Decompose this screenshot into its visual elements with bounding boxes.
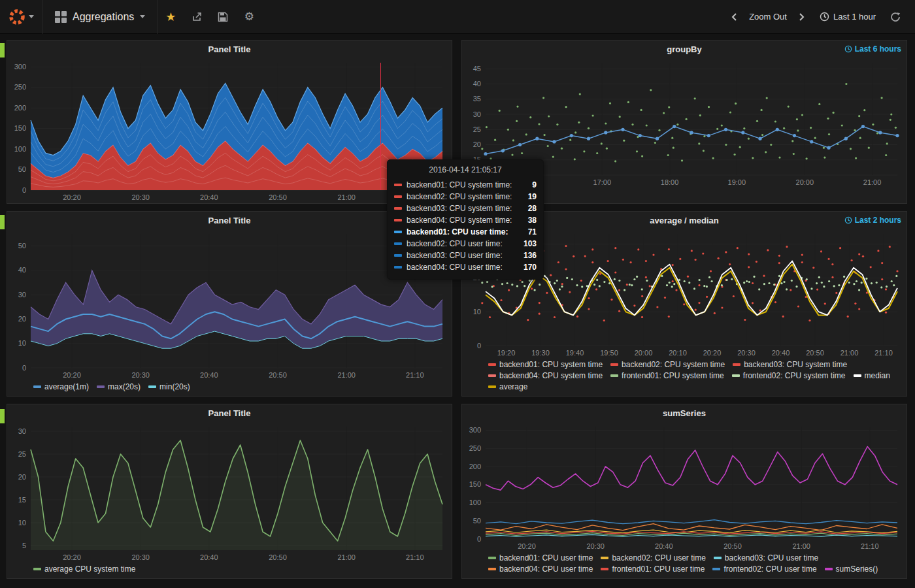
share-button[interactable] (184, 0, 210, 34)
clock-icon (820, 12, 829, 22)
chart-canvas[interactable]: 05010015020025030020:2020:3020:4020:5021… (462, 421, 907, 552)
svg-text:0: 0 (477, 535, 481, 543)
legend-item[interactable]: backend01: CPU system time (488, 360, 603, 369)
svg-text:19:20: 19:20 (497, 349, 516, 357)
svg-text:19:30: 19:30 (531, 349, 550, 357)
svg-text:10: 10 (473, 308, 481, 316)
clock-icon (844, 45, 852, 53)
navbar-right: Zoom Out Last 1 hour (725, 0, 915, 34)
legend-item[interactable]: backend03: CPU system time (733, 360, 847, 369)
caret-down-icon (140, 15, 145, 18)
legend-item[interactable]: frontend02: CPU user time (712, 564, 816, 574)
svg-text:21:00: 21:00 (840, 349, 859, 357)
svg-text:45: 45 (473, 65, 481, 73)
legend-item[interactable]: backend04: CPU system time (488, 371, 603, 380)
svg-text:100: 100 (469, 498, 481, 506)
legend-item[interactable]: sumSeries() (825, 564, 878, 574)
chevron-right-icon (799, 12, 805, 22)
panel-time-override: Last 6 hours (844, 44, 901, 54)
series-color-icon (825, 568, 833, 570)
chart-area[interactable]: 0102030405020:2020:3020:4020:5021:0021:1… (7, 229, 452, 381)
chart-area[interactable]: 05010015020025030020:2020:3020:4020:5021… (462, 421, 907, 552)
tooltip-row: backend02: CPU system time:19 (394, 191, 537, 203)
svg-text:20:30: 20:30 (586, 542, 605, 550)
legend-item[interactable]: frontend01: CPU system time (610, 371, 724, 380)
panel-title[interactable]: groupBy (462, 41, 907, 57)
tooltip-row: backend03: CPU user time:136 (394, 250, 537, 261)
legend-item[interactable]: backend01: CPU user time (488, 553, 593, 563)
svg-text:0: 0 (477, 342, 481, 350)
legend-item[interactable]: average(1m) (33, 382, 89, 391)
svg-text:20:30: 20:30 (131, 553, 150, 561)
grafana-logo-icon (8, 8, 25, 25)
time-range-picker[interactable]: Last 1 hour (812, 12, 884, 22)
legend-item[interactable]: backend03: CPU user time (714, 553, 818, 563)
panel-title[interactable]: Panel Title (7, 41, 452, 57)
refresh-button[interactable] (885, 0, 906, 34)
star-button[interactable]: ★ (158, 0, 184, 34)
graph-tooltip: 2016-04-14 21:05:17 backend01: CPU syste… (387, 159, 544, 280)
dashboard-picker[interactable]: Aggregations (43, 0, 158, 34)
chart-area[interactable]: 05010015020025030020:2020:3020:4020:5021… (7, 57, 452, 203)
row-toggle-handle[interactable] (0, 43, 5, 57)
legend-item[interactable]: average CPU system time (33, 564, 135, 574)
svg-text:19:50: 19:50 (600, 349, 618, 357)
grafana-logo-button[interactable] (0, 0, 43, 34)
svg-text:20: 20 (473, 140, 481, 148)
series-color-icon (148, 385, 156, 388)
panel-title[interactable]: Panel Title (7, 212, 452, 229)
panel-title[interactable]: sumSeries (462, 404, 907, 421)
legend-item[interactable]: backend04: CPU user time (488, 564, 593, 574)
tooltip-series-label: backend01: CPU system time: (407, 179, 527, 191)
legend-item[interactable]: max(20s) (97, 382, 141, 391)
legend-item[interactable]: median (854, 371, 890, 380)
zoom-out-button[interactable]: Zoom Out (744, 12, 792, 22)
time-forward-button[interactable] (793, 0, 810, 34)
series-color-icon (97, 385, 105, 388)
svg-text:20:30: 20:30 (737, 349, 756, 357)
svg-text:40: 40 (473, 80, 481, 88)
svg-text:21:10: 21:10 (406, 371, 424, 379)
legend-item[interactable]: backend02: CPU system time (610, 360, 725, 369)
row-toggle-handle[interactable] (0, 215, 5, 229)
tooltip-row: backend03: CPU system time:28 (394, 203, 537, 214)
svg-text:20:50: 20:50 (269, 193, 287, 201)
legend-item[interactable]: frontend02: CPU system time (732, 371, 846, 380)
series-color-icon (488, 374, 496, 377)
svg-text:150: 150 (14, 124, 26, 132)
chart-area[interactable]: 5101520253020:2020:3020:4020:5021:0021:1… (7, 421, 452, 563)
legend-item[interactable]: frontend01: CPU user time (601, 564, 705, 574)
chart-canvas[interactable]: 05010015020025030020:2020:3020:4020:5021… (7, 57, 452, 203)
legend-item[interactable]: backend02: CPU user time (601, 553, 705, 563)
svg-text:20:50: 20:50 (806, 349, 824, 357)
legend-label: backend02: CPU user time (612, 553, 705, 563)
svg-text:21:00: 21:00 (337, 193, 356, 201)
svg-text:20:40: 20:40 (200, 371, 218, 379)
legend-label: average (499, 382, 527, 391)
legend-label: frontend01: CPU system time (622, 371, 724, 380)
legend-item[interactable]: min(20s) (148, 382, 190, 391)
row-toggle-handle[interactable] (0, 409, 5, 423)
chart-canvas[interactable]: 0102030405020:2020:3020:4020:5021:0021:1… (7, 229, 452, 381)
time-back-button[interactable] (725, 0, 742, 34)
series-color-icon (732, 374, 740, 377)
svg-text:15: 15 (18, 496, 26, 504)
dashboard-title: Aggregations (73, 11, 134, 23)
panel-title[interactable]: Panel Title (7, 404, 452, 421)
save-button[interactable] (210, 0, 236, 34)
svg-text:50: 50 (473, 517, 481, 525)
series-color-icon (394, 207, 402, 210)
settings-button[interactable]: ⚙ (236, 0, 262, 34)
svg-text:20:40: 20:40 (200, 553, 218, 561)
svg-text:18:00: 18:00 (661, 178, 679, 186)
svg-text:19:40: 19:40 (566, 349, 584, 357)
legend-item[interactable]: average (488, 382, 527, 391)
tooltip-series-value: 28 (528, 203, 537, 214)
chart-canvas[interactable]: 5101520253020:2020:3020:4020:5021:0021:1… (7, 421, 452, 563)
svg-text:20:50: 20:50 (269, 553, 287, 561)
panel-title-text: average / median (650, 216, 719, 225)
svg-text:100: 100 (14, 145, 26, 153)
time-override-label: Last 6 hours (855, 44, 901, 54)
series-color-icon (488, 385, 496, 388)
panel-legend: backend01: CPU user timebackend02: CPU u… (462, 552, 907, 578)
